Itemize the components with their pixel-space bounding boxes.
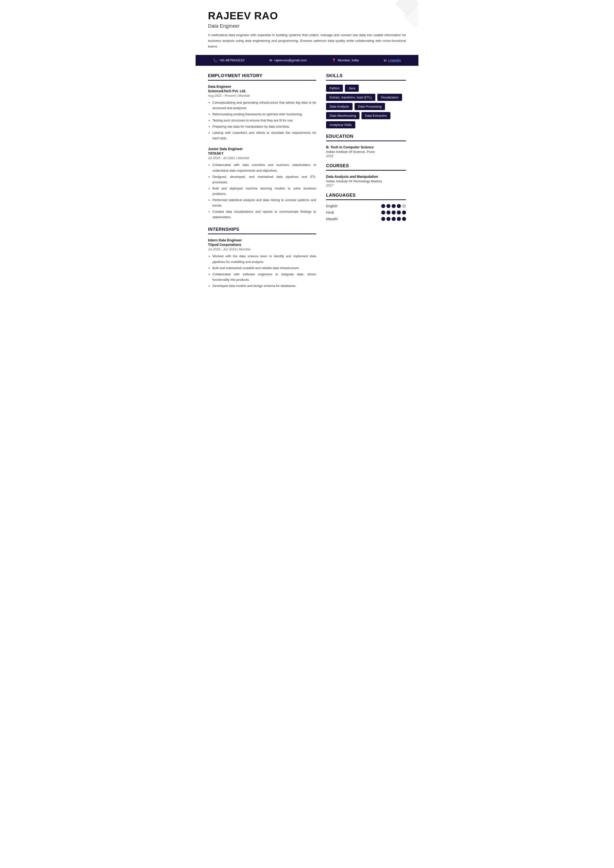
header-section: RAJEEV RAO Data Engineer A methodical da… (208, 10, 406, 50)
job-meta: Jul 2018 - Jun 2019 | Mumbai (208, 247, 316, 251)
edu-institution: Indian Institute Of Science, Pune (326, 150, 406, 153)
job-bullets: Conceptualising and generating infrastru… (208, 100, 316, 141)
language-row: English (326, 204, 406, 208)
job-entry: Data EngineerScience&Tech Pvt. Ltd.Aug 2… (208, 85, 316, 141)
skill-tag: Visualization (377, 94, 402, 101)
dot-filled (397, 211, 401, 214)
internship-jobs: Intern Data EngineerTripod CorporationsJ… (208, 238, 316, 289)
employment-jobs: Data EngineerScience&Tech Pvt. Ltd.Aug 2… (208, 85, 316, 220)
list-item: Worked with the data science team to ide… (213, 254, 316, 264)
language-dots (381, 211, 406, 214)
internships-section: INTERNSHIPS Intern Data EngineerTripod C… (208, 227, 316, 289)
candidate-title: Data Engineer (208, 23, 406, 29)
dot-filled (387, 217, 390, 221)
contact-location: 📍 Mumbai, India (332, 58, 359, 62)
skill-tag: Java (345, 85, 359, 92)
skill-tag: Data Analysis (326, 103, 353, 110)
courses-section: COURSES Data Analysis and ManipulationIn… (326, 163, 406, 187)
language-row: Marathi (326, 217, 406, 221)
job-meta: Aug 2021 - Present | Mumbai (208, 94, 316, 98)
course-entry: Data Analysis and ManipulationIndian Ins… (326, 175, 406, 187)
dot-filled (381, 211, 385, 214)
languages-section-title: LANGUAGES (326, 193, 406, 200)
dot-filled (392, 204, 396, 208)
edu-year: 2018 (326, 154, 406, 158)
linkedin-link[interactable]: LinkedIn (388, 58, 401, 62)
job-bullets: Collaborated with data scientists and bu… (208, 162, 316, 220)
job-meta: Jul 2019 - Jul 2021 | Mumbai (208, 156, 316, 160)
edu-degree: B. Tech in Computer Science (326, 145, 406, 149)
language-name: Hindi (326, 211, 346, 214)
language-name: Marathi (326, 217, 346, 221)
dot-filled (402, 217, 406, 221)
candidate-summary: A methodical data engineer with expertis… (208, 33, 406, 50)
list-item: Collaborated with software engineers to … (213, 271, 316, 282)
list-item: Reformulating existing frameworks to opt… (213, 112, 316, 117)
internships-section-title: INTERNSHIPS (208, 227, 316, 234)
email-icon: ✉ (269, 58, 272, 62)
contact-linkedin[interactable]: in LinkedIn (384, 58, 401, 62)
education-section: EDUCATION B. Tech in Computer ScienceInd… (326, 134, 406, 158)
education-section-title: EDUCATION (326, 134, 406, 141)
candidate-name: RAJEEV RAO (208, 10, 406, 22)
skill-tag: Python (326, 85, 343, 92)
dot-empty (402, 204, 406, 208)
job-bullets: Worked with the data science team to ide… (208, 254, 316, 289)
dot-filled (381, 217, 385, 221)
main-layout: EMPLOYMENT HISTORY Data EngineerScience&… (208, 73, 406, 296)
location-text: Mumbai, India (338, 58, 359, 62)
employment-section-title: EMPLOYMENT HISTORY (208, 73, 316, 81)
dot-filled (387, 211, 390, 214)
list-item: Collaborated with data scientists and bu… (213, 162, 316, 173)
email-address: rajeevrao@gmail.com (274, 58, 307, 62)
job-title: Data Engineer (208, 85, 316, 88)
languages-entries: EnglishHindiMarathi (326, 204, 406, 221)
job-title: Junior Data Engineer (208, 147, 316, 151)
list-item: Liaising with coworkers and clients to e… (213, 130, 316, 141)
education-entries: B. Tech in Computer ScienceIndian Instit… (326, 145, 406, 158)
dot-filled (392, 217, 396, 221)
dot-filled (387, 204, 390, 208)
job-company: Science&Tech Pvt. Ltd. (208, 89, 316, 93)
language-row: Hindi (326, 211, 406, 214)
right-column: SKILLS PythonJavaExtract, transform, loa… (326, 73, 406, 296)
skill-tag: Data Processing (354, 103, 385, 110)
languages-section: LANGUAGES EnglishHindiMarathi (326, 193, 406, 221)
job-entry: Junior Data EngineerTATASKYJul 2019 - Ju… (208, 147, 316, 220)
language-name: English (326, 204, 346, 208)
list-item: Built and deployed machine learning mode… (213, 186, 316, 197)
job-title: Intern Data Engineer (208, 238, 316, 242)
contact-bar: 📞 +91-9876543210 ✉ rajeevrao@gmail.com 📍… (196, 55, 418, 66)
skill-tag: Extract, transform, load (ETL) (326, 94, 375, 101)
skill-tag: Data Warehousing (326, 112, 359, 119)
list-item: Performed statistical analysis and data … (213, 197, 316, 208)
language-dots (381, 217, 406, 221)
course-name: Data Analysis and Manipulation (326, 175, 406, 178)
employment-section: EMPLOYMENT HISTORY Data EngineerScience&… (208, 73, 316, 220)
job-company: Tripod Corporations (208, 243, 316, 246)
job-company: TATASKY (208, 151, 316, 155)
list-item: Testing such structures to ensure that t… (213, 118, 316, 123)
left-column: EMPLOYMENT HISTORY Data EngineerScience&… (208, 73, 316, 296)
skill-tag: Analytical Skills (326, 121, 355, 129)
skills-container: PythonJavaExtract, transform, load (ETL)… (326, 85, 406, 129)
courses-entries: Data Analysis and ManipulationIndian Ins… (326, 175, 406, 187)
list-item: Designed, developed, and maintained data… (213, 174, 316, 185)
linkedin-icon: in (384, 58, 387, 62)
dot-filled (402, 211, 406, 214)
list-item: Built and maintained scalable and reliab… (213, 265, 316, 271)
location-icon: 📍 (332, 58, 336, 62)
contact-phone: 📞 +91-9876543210 (213, 58, 244, 62)
courses-section-title: COURSES (326, 163, 406, 170)
language-dots (381, 204, 406, 208)
course-year: 2017 (326, 184, 406, 187)
job-entry: Intern Data EngineerTripod CorporationsJ… (208, 238, 316, 289)
dot-filled (397, 204, 401, 208)
course-institution: Indian Institute Of Technology Madras (326, 179, 406, 183)
dot-filled (397, 217, 401, 221)
phone-number: +91-9876543210 (219, 58, 244, 62)
list-item: Preparing raw data for manipulation by d… (213, 124, 316, 129)
skills-section-title: SKILLS (326, 73, 406, 81)
dot-filled (381, 204, 385, 208)
list-item: Conceptualising and generating infrastru… (213, 100, 316, 111)
